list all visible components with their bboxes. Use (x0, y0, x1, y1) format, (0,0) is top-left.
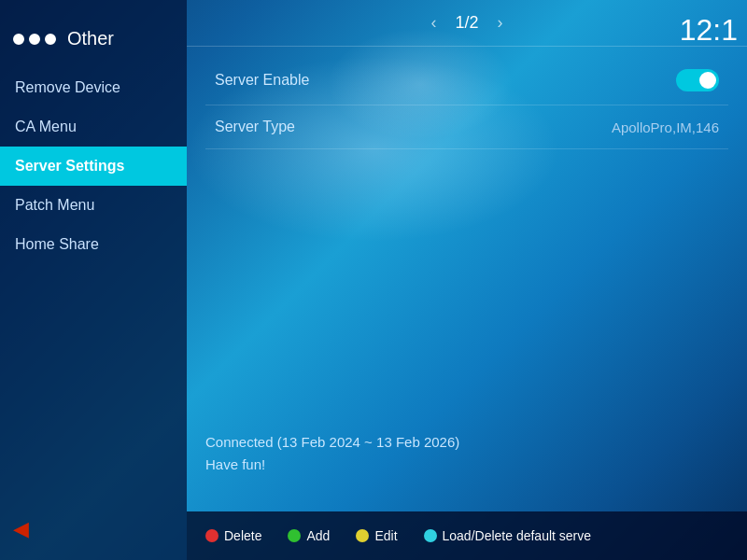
sidebar: Other Remove Device CA Menu Server Setti… (0, 0, 187, 560)
add-button[interactable]: Add (288, 528, 330, 543)
connected-message: Connected (13 Feb 2024 ~ 13 Feb 2026) Ha… (205, 431, 459, 476)
add-label: Add (306, 528, 330, 543)
load-delete-default-button[interactable]: Load/Delete default serve (424, 528, 592, 543)
settings-area: Server Enable Server Type ApolloPro,IM,1… (187, 47, 747, 159)
connected-line2: Have fun! (205, 454, 459, 476)
delete-dot (205, 529, 218, 542)
server-enable-label: Server Enable (215, 72, 309, 89)
sidebar-item-home-share[interactable]: Home Share (0, 225, 187, 264)
dot-2 (29, 34, 40, 45)
sidebar-category-title: Other (67, 28, 114, 49)
setting-row-server-enable: Server Enable (205, 56, 728, 105)
load-delete-label: Load/Delete default serve (443, 528, 592, 543)
dots-indicator (13, 34, 56, 45)
pagination-indicator: 1/2 (455, 13, 478, 33)
delete-button[interactable]: Delete (205, 528, 261, 543)
server-type-label: Server Type (215, 119, 295, 135)
load-delete-dot (424, 529, 437, 542)
server-type-value: ApolloPro,IM,146 (612, 119, 719, 135)
connected-line1: Connected (13 Feb 2024 ~ 13 Feb 2026) (205, 431, 459, 454)
main-content: 12:1 ‹ 1/2 › Server Enable Server Type A… (187, 0, 747, 560)
edit-button[interactable]: Edit (356, 528, 397, 543)
edit-dot (356, 529, 369, 542)
bottom-bar: Delete Add Edit Load/Delete default serv… (187, 511, 747, 560)
sidebar-item-remove-device[interactable]: Remove Device (0, 68, 187, 107)
setting-row-server-type: Server Type ApolloPro,IM,146 (205, 105, 728, 149)
delete-label: Delete (224, 528, 261, 543)
add-dot (288, 529, 301, 542)
pagination-next[interactable]: › (498, 13, 503, 33)
edit-label: Edit (374, 528, 397, 543)
sidebar-header: Other (0, 19, 187, 68)
pagination-prev[interactable]: ‹ (430, 13, 436, 33)
dot-3 (45, 34, 56, 45)
sidebar-item-patch-menu[interactable]: Patch Menu (0, 186, 187, 225)
dot-1 (13, 34, 24, 45)
pagination-bar: ‹ 1/2 › (187, 0, 747, 47)
clock-display: 12:1 (680, 13, 738, 48)
sidebar-item-ca-menu[interactable]: CA Menu (0, 107, 187, 147)
sidebar-item-server-settings[interactable]: Server Settings (0, 147, 187, 186)
server-enable-toggle[interactable] (676, 69, 719, 91)
back-arrow-icon[interactable]: ◀ (13, 517, 29, 541)
